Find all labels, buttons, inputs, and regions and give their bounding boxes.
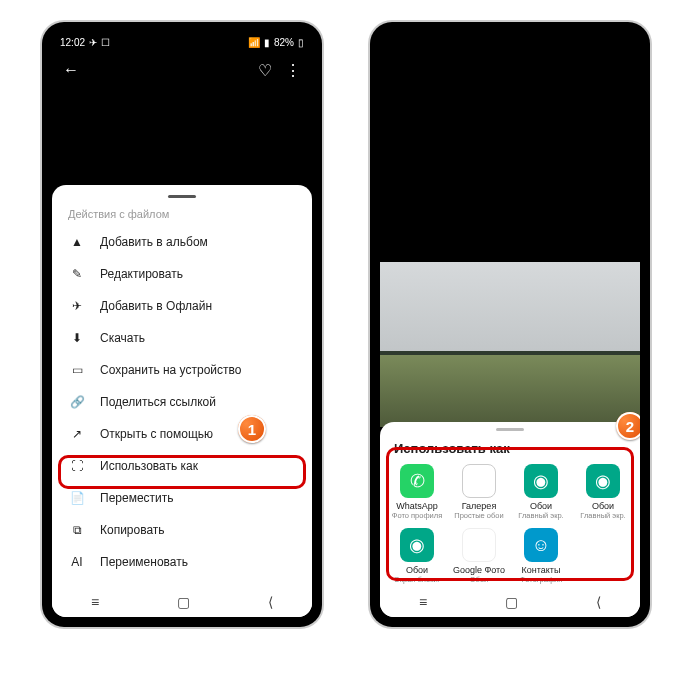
drag-handle-icon[interactable] (168, 195, 196, 198)
home-button[interactable]: ▢ (177, 594, 190, 610)
menu-item-use-as[interactable]: ⛶Использовать как (52, 450, 312, 482)
menu-item-airplane[interactable]: ✈Добавить в Офлайн (52, 290, 312, 322)
status-time: 12:02 (60, 37, 85, 48)
android-navbar: ≡ ▢ ⟨ (52, 587, 312, 617)
notification-icon: ☐ (101, 37, 110, 48)
menu-item-image-plus[interactable]: ▲Добавить в альбом (52, 226, 312, 258)
gallery-icon: 🖼 (462, 464, 496, 498)
file-actions-sheet: Действия с файлом ▲Добавить в альбом✎Ред… (52, 185, 312, 617)
device-icon: ▭ (68, 363, 86, 377)
app-label: WhatsApp (396, 501, 438, 511)
menu-item-label: Скачать (100, 331, 145, 345)
recent-apps-button[interactable]: ≡ (419, 594, 427, 610)
app-wallpaper-lock[interactable]: ◉ОбоиЭкран блоки. (386, 526, 448, 586)
back-button[interactable]: ⟨ (596, 594, 601, 610)
phone-right: Использовать как ✆WhatsAppФото профиля🖼Г… (370, 22, 650, 627)
marker-2: 2 (616, 412, 640, 440)
status-bar: 12:02 ✈ ☐ 📶 ▮ 82% ▯ (52, 32, 312, 52)
use-as-icon: ⛶ (68, 459, 86, 473)
app-label: Обои (406, 565, 428, 575)
app-wallpaper-2[interactable]: ◉ОбоиГлавный экр. (572, 462, 634, 522)
app-sublabel: Обои (470, 575, 489, 584)
drag-handle-icon[interactable] (496, 428, 524, 431)
screen-left: 12:02 ✈ ☐ 📶 ▮ 82% ▯ ← ♡ ⋮ Действия с фай… (52, 32, 312, 617)
whatsapp-icon: ✆ (400, 464, 434, 498)
menu-item-label: Редактировать (100, 267, 183, 281)
battery-icon: ▯ (298, 37, 304, 48)
menu-item-link[interactable]: 🔗Поделиться ссылкой (52, 386, 312, 418)
link-icon: 🔗 (68, 395, 86, 409)
move-icon: 📄 (68, 491, 86, 505)
use-as-sheet: Использовать как ✆WhatsAppФото профиля🖼Г… (380, 422, 640, 617)
recent-apps-button[interactable]: ≡ (91, 594, 99, 610)
app-label: Google Фото (453, 565, 505, 575)
app-whatsapp[interactable]: ✆WhatsAppФото профиля (386, 462, 448, 522)
contacts-icon: ☺ (524, 528, 558, 562)
menu-item-label: Переименовать (100, 555, 188, 569)
menu-item-copy[interactable]: ⧉Копировать (52, 514, 312, 546)
menu-item-open-with[interactable]: ↗Открыть с помощью (52, 418, 312, 450)
menu-item-label: Сохранить на устройство (100, 363, 241, 377)
battery-text: 82% (274, 37, 294, 48)
menu-item-label: Открыть с помощью (100, 427, 213, 441)
app-sublabel: Простые обои (454, 511, 503, 520)
copy-icon: ⧉ (68, 523, 86, 537)
menu-item-device[interactable]: ▭Сохранить на устройство (52, 354, 312, 386)
download-icon: ⬇ (68, 331, 86, 345)
wallpaper-lock-icon: ◉ (400, 528, 434, 562)
menu-item-label: Переместить (100, 491, 174, 505)
menu-item-label: Копировать (100, 523, 165, 537)
rename-icon: AI (68, 555, 86, 569)
wifi-icon: 📶 (248, 37, 260, 48)
sheet-title: Действия с файлом (52, 204, 312, 226)
home-button[interactable]: ▢ (505, 594, 518, 610)
back-icon[interactable]: ← (62, 61, 80, 79)
menu-item-label: Добавить в альбом (100, 235, 208, 249)
open-with-icon: ↗ (68, 427, 86, 441)
app-sublabel: Фото профиля (392, 511, 443, 520)
favorite-icon[interactable]: ♡ (256, 61, 274, 79)
menu-item-label: Использовать как (100, 459, 198, 473)
use-as-title: Использовать как (380, 437, 640, 462)
app-contacts[interactable]: ☺КонтактыФотография (510, 526, 572, 586)
menu-item-label: Поделиться ссылкой (100, 395, 216, 409)
app-label: Галерея (462, 501, 497, 511)
app-sublabel: Фотография (520, 575, 563, 584)
photo-preview (380, 262, 640, 427)
pencil-icon: ✎ (68, 267, 86, 281)
app-sublabel: Экран блоки. (394, 575, 439, 584)
topbar: ← ♡ ⋮ (52, 52, 312, 88)
google-photos-icon: ✦ (462, 528, 496, 562)
app-sublabel: Главный экр. (518, 511, 563, 520)
telegram-icon: ✈ (89, 37, 97, 48)
menu-item-download[interactable]: ⬇Скачать (52, 322, 312, 354)
app-gallery[interactable]: 🖼ГалереяПростые обои (448, 462, 510, 522)
app-label: Обои (530, 501, 552, 511)
app-wallpaper-1[interactable]: ◉ОбоиГлавный экр. (510, 462, 572, 522)
wallpaper-2-icon: ◉ (586, 464, 620, 498)
app-sublabel: Главный экр. (580, 511, 625, 520)
android-navbar: ≡ ▢ ⟨ (380, 587, 640, 617)
app-label: Контакты (522, 565, 561, 575)
menu-item-rename[interactable]: AIПереименовать (52, 546, 312, 578)
menu-item-label: Добавить в Офлайн (100, 299, 212, 313)
screen-right: Использовать как ✆WhatsAppФото профиля🖼Г… (380, 32, 640, 617)
wallpaper-1-icon: ◉ (524, 464, 558, 498)
more-icon[interactable]: ⋮ (284, 61, 302, 79)
menu-item-pencil[interactable]: ✎Редактировать (52, 258, 312, 290)
signal-icon: ▮ (264, 37, 270, 48)
image-plus-icon: ▲ (68, 235, 86, 249)
phone-left: 12:02 ✈ ☐ 📶 ▮ 82% ▯ ← ♡ ⋮ Действия с фай… (42, 22, 322, 627)
menu-item-move[interactable]: 📄Переместить (52, 482, 312, 514)
marker-1: 1 (238, 415, 266, 443)
app-label: Обои (592, 501, 614, 511)
back-button[interactable]: ⟨ (268, 594, 273, 610)
airplane-icon: ✈ (68, 299, 86, 313)
app-google-photos[interactable]: ✦Google ФотоОбои (448, 526, 510, 586)
